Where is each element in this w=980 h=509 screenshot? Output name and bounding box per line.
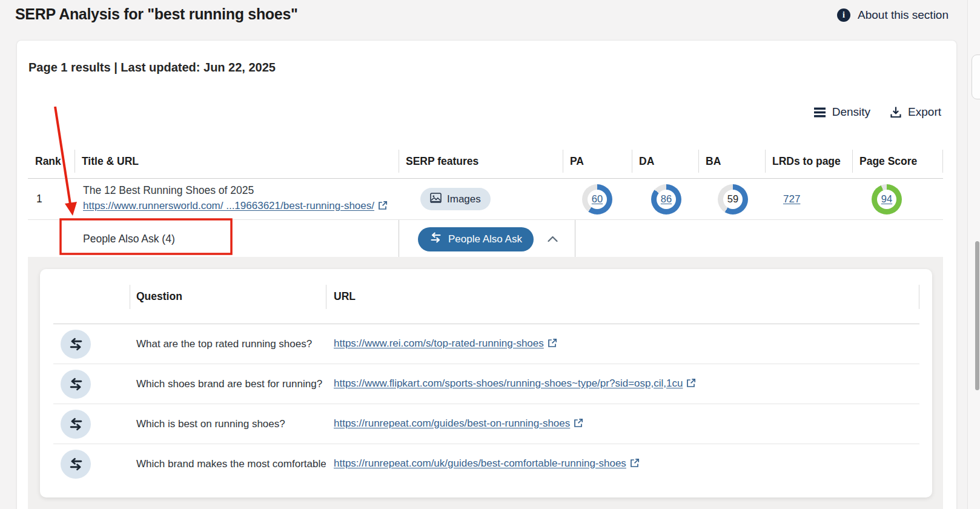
table-header-row: Rank Title & URL SERP features PA DA BA … <box>28 144 943 179</box>
paa-question: Which is best on running shoes? <box>130 418 326 430</box>
pa-donut: 60 <box>582 184 612 215</box>
lrds-value-link[interactable]: 727 <box>783 193 800 205</box>
result-url-link[interactable]: https://www.runnersworld.com/ ...1966362… <box>83 200 374 211</box>
serp-analysis-page: SERP Analysis for "best running shoes" i… <box>0 0 980 509</box>
pa-value-link[interactable]: 60 <box>582 184 612 215</box>
external-link-icon <box>548 338 557 351</box>
swap-arrows-icon <box>61 330 91 359</box>
about-label: About this section <box>858 8 949 22</box>
paa-column-header-question: Question <box>130 269 326 324</box>
paa-url-link[interactable]: https://www.flipkart.com/sports-shoes/ru… <box>334 378 683 389</box>
paa-table-header-row: Question URL <box>53 269 919 324</box>
collapse-chevron-button[interactable] <box>545 232 560 246</box>
external-link-icon <box>686 378 696 391</box>
scrollbar-thumb[interactable] <box>975 241 979 390</box>
serp-results-card: Page 1 results | Last updated: Jun 22, 2… <box>16 40 957 509</box>
column-header-title-url: Title & URL <box>74 144 399 178</box>
table-toolbar: Density Export <box>813 104 941 121</box>
image-icon <box>430 193 442 206</box>
info-icon: i <box>837 8 850 22</box>
people-also-ask-table: Question URL What are the top rated runn… <box>53 269 919 484</box>
paa-column-header-url: URL <box>326 269 919 324</box>
paa-row-4: Which brand makes the most comfortable h… <box>53 444 919 484</box>
external-link-icon <box>630 458 640 471</box>
paa-question: Which shoes brand are best for running? <box>130 378 326 390</box>
serp-feature-images-chip[interactable]: Images <box>420 188 491 210</box>
paa-url-link[interactable]: https://runrepeat.com/guides/best-on-run… <box>334 418 570 429</box>
people-also-ask-expanded-section: Question URL What are the top rated runn… <box>28 257 943 509</box>
people-also-ask-row: People Also Ask (4) People Also Ask <box>28 220 943 259</box>
ba-donut: 59 <box>718 184 748 215</box>
people-also-ask-card: Question URL What are the top rated runn… <box>40 269 932 497</box>
paa-row-1: What are the top rated running shoes? ht… <box>53 324 919 364</box>
paa-question: Which brand makes the most comfortable <box>130 458 326 470</box>
people-also-ask-button-label: People Also Ask <box>448 233 522 245</box>
rows-density-icon <box>813 107 826 118</box>
swap-arrows-icon <box>429 232 442 246</box>
page-title: SERP Analysis for "best running shoes" <box>15 5 298 23</box>
ba-value: 59 <box>718 184 748 215</box>
paa-url-link[interactable]: https://runrepeat.com/uk/guides/best-com… <box>334 457 626 469</box>
external-link-icon <box>574 418 583 431</box>
chevron-up-icon <box>548 235 558 244</box>
people-also-ask-button[interactable]: People Also Ask <box>418 227 534 251</box>
column-header-pa: PA <box>563 144 632 178</box>
side-panel-handle[interactable] <box>972 55 980 99</box>
paa-row-2: Which shoes brand are best for running? … <box>53 364 919 404</box>
download-icon <box>890 106 902 118</box>
paa-question: What are the top rated running shoes? <box>130 338 326 350</box>
column-header-serp-features: SERP features <box>399 144 563 178</box>
export-button[interactable]: Export <box>890 105 941 119</box>
results-subtitle: Page 1 results | Last updated: Jun 22, 2… <box>28 61 276 75</box>
column-header-rank: Rank <box>28 144 74 178</box>
density-label: Density <box>832 105 870 119</box>
paa-url-link[interactable]: https://www.rei.com/s/top-rated-running-… <box>334 338 544 349</box>
density-button[interactable]: Density <box>813 105 870 119</box>
da-donut: 86 <box>651 184 681 215</box>
column-header-lrds: LRDs to page <box>765 144 852 178</box>
people-also-ask-feature-cell: People Also Ask <box>399 220 575 258</box>
page-score-value-link[interactable]: 94 <box>872 184 902 215</box>
page-score-donut: 94 <box>872 184 902 215</box>
serp-feature-label: Images <box>447 193 481 205</box>
column-header-ba: BA <box>698 144 765 178</box>
rank-value: 1 <box>28 193 74 205</box>
table-row: 1 The 12 Best Running Shoes of 2025 http… <box>28 179 943 220</box>
swap-arrows-icon <box>61 450 91 479</box>
external-link-icon <box>378 200 388 215</box>
paa-row-3: Which is best on running shoes? https://… <box>53 404 919 444</box>
column-header-da: DA <box>632 144 698 178</box>
about-this-section-button[interactable]: i About this section <box>837 8 949 22</box>
swap-arrows-icon <box>61 370 91 399</box>
title-url-cell: The 12 Best Running Shoes of 2025 https:… <box>74 183 399 215</box>
da-value-link[interactable]: 86 <box>651 184 681 215</box>
swap-arrows-icon <box>61 410 91 439</box>
export-label: Export <box>908 105 941 119</box>
result-title: The 12 Best Running Shoes of 2025 <box>83 183 399 198</box>
people-also-ask-count-label: People Also Ask (4) <box>83 220 175 258</box>
column-header-page-score: Page Score <box>852 144 943 178</box>
serp-results-table: Rank Title & URL SERP features PA DA BA … <box>28 144 943 259</box>
